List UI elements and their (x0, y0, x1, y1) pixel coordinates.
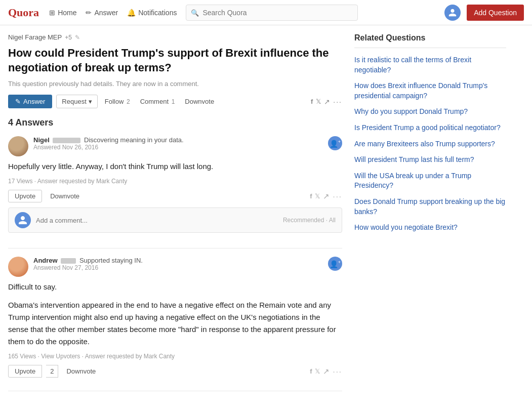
related-question-link[interactable]: Why do you support Donald Trump? (354, 107, 506, 117)
list-item: Are many Brexiteers also Trump supporter… (354, 139, 506, 149)
downvote-button[interactable]: Downvote (62, 365, 100, 377)
share-icon[interactable]: ↗ (324, 98, 330, 106)
answer-button-label: Answer (23, 98, 45, 105)
breadcrumb: Nigel Farage MEP +5 ✎ (8, 33, 342, 41)
facebook-icon[interactable]: f (310, 192, 312, 200)
vote-bar: Upvote Downvote f 𝕏 ↗ ··· (8, 190, 342, 202)
upvote-button[interactable]: Upvote (8, 365, 42, 378)
share-icons: f 𝕏 ↗ ··· (311, 98, 342, 106)
comment-input[interactable] (36, 217, 278, 224)
answer-author: Andrew Supported staying IN. Answered No… (8, 257, 143, 277)
chevron-down-icon: ▾ (89, 98, 92, 105)
related-question-link[interactable]: How does Brexit influence Donald Trump's… (354, 81, 506, 101)
edit-icon[interactable]: ✎ (75, 34, 80, 41)
add-person-icon: 👤+ (330, 260, 341, 268)
twitter-icon[interactable]: 𝕏 (315, 367, 320, 375)
related-questions-list: Is it realistic to call the terms of Bre… (354, 55, 506, 233)
share-icon[interactable]: ↗ (323, 367, 330, 376)
bell-icon: 🔔 (127, 9, 136, 17)
follow-author-button[interactable]: 👤+ (328, 136, 342, 150)
nav-home-label: Home (58, 9, 76, 17)
sidebar: Related Questions Is it realistic to cal… (354, 33, 506, 399)
quora-logo[interactable]: Quora (8, 6, 39, 19)
answer-text: Hopefully very little. Anyway, I don't t… (8, 160, 342, 173)
related-question-link[interactable]: Are many Brexiteers also Trump supporter… (354, 139, 506, 149)
author-info: Andrew Supported staying IN. Answered No… (33, 257, 143, 271)
comment-label: Comment (140, 98, 169, 105)
vote-share-icons: f 𝕏 ↗ ··· (310, 192, 342, 201)
comment-count: 1 (172, 98, 175, 105)
related-question-link[interactable]: Will president Trump last his full term? (354, 155, 506, 165)
answer-header: Nigel Discovering meaning in your data. … (8, 136, 342, 156)
search-bar: 🔍 (186, 5, 358, 21)
nav-notifications[interactable]: 🔔 Notifications (127, 9, 177, 17)
answer-text-p1: Difficult to say. (8, 281, 342, 293)
facebook-icon[interactable]: f (310, 367, 312, 375)
twitter-share-icon[interactable]: 𝕏 (316, 98, 321, 105)
vote-bar: Upvote 2 Downvote f 𝕏 ↗ ··· (8, 365, 342, 378)
twitter-icon[interactable]: 𝕏 (315, 192, 320, 200)
follow-label: Follow (105, 98, 124, 105)
upvote-button[interactable]: Upvote (8, 190, 42, 202)
answer-button[interactable]: ✎ Answer (8, 95, 52, 108)
author-name-line: Nigel Discovering meaning in your data. (33, 136, 184, 144)
author-info: Nigel Discovering meaning in your data. … (33, 136, 184, 151)
vote-count: 2 (46, 365, 58, 378)
author-name-blur (53, 138, 80, 143)
answered-date: Answered Nov 26, 2016 (33, 144, 184, 151)
search-input[interactable] (186, 5, 358, 21)
related-question-link[interactable]: Is it realistic to call the terms of Bre… (354, 55, 506, 75)
request-label: Request (62, 98, 86, 105)
request-button[interactable]: Request ▾ (56, 95, 97, 108)
question-action-bar: ✎ Answer Request ▾ Follow 2 Comment 1 Do… (8, 95, 342, 108)
related-question-link[interactable]: Is President Trump a good political nego… (354, 123, 506, 133)
answer-card: Nigel Discovering meaning in your data. … (8, 136, 342, 249)
view-count: 165 Views (8, 353, 36, 360)
home-icon: ⊞ (49, 9, 55, 17)
related-title: Related Questions (354, 33, 506, 48)
answer-author: Nigel Discovering meaning in your data. … (8, 136, 184, 156)
more-icon[interactable]: ··· (333, 192, 342, 200)
downvote-button[interactable]: Downvote (182, 95, 217, 108)
main-column: Nigel Farage MEP +5 ✎ How could Presiden… (8, 33, 342, 399)
page-layout: Nigel Farage MEP +5 ✎ How could Presiden… (0, 25, 532, 407)
related-question-link[interactable]: Does Donald Trump support breaking up th… (354, 197, 506, 217)
comment-box: Recommended · All (8, 208, 342, 233)
add-question-button[interactable]: Add Question (467, 5, 524, 21)
list-item: How would you negotiate Brexit? (354, 223, 506, 233)
related-question-link[interactable]: Will the USA break up under a Trump Pres… (354, 171, 506, 191)
requested-by: Answer requested by Mark Canty (37, 178, 127, 185)
nav-answer-label: Answer (94, 9, 118, 17)
author-name-blur (61, 258, 76, 264)
nav-home[interactable]: ⊞ Home (49, 9, 76, 17)
view-count: 17 Views (8, 178, 32, 185)
nav-notifications-label: Notifications (138, 9, 177, 17)
related-questions-panel: Related Questions Is it realistic to cal… (354, 33, 506, 233)
breadcrumb-topic[interactable]: Nigel Farage MEP (8, 33, 62, 41)
breadcrumb-extra: +5 (65, 34, 72, 41)
pencil-icon: ✎ (15, 98, 21, 105)
user-avatar[interactable] (444, 5, 461, 21)
author-desc: Discovering meaning in your data. (84, 136, 184, 144)
more-icon[interactable]: ··· (333, 367, 342, 376)
comment-button[interactable]: Comment 1 (137, 95, 178, 108)
author-first-name[interactable]: Andrew (33, 257, 58, 264)
follow-author-button[interactable]: 👤+ (328, 257, 342, 271)
share-icon[interactable]: ↗ (323, 192, 330, 201)
facebook-share-icon[interactable]: f (311, 98, 313, 105)
nav-answer[interactable]: ✏ Answer (86, 9, 118, 17)
more-icon[interactable]: ··· (333, 98, 342, 106)
follow-button[interactable]: Follow 2 (102, 95, 133, 108)
list-item: Will president Trump last his full term? (354, 155, 506, 165)
related-question-link[interactable]: How would you negotiate Brexit? (354, 223, 506, 233)
author-name-line: Andrew Supported staying IN. (33, 257, 143, 264)
author-first-name[interactable]: Nigel (33, 136, 50, 144)
downvote-button[interactable]: Downvote (46, 190, 84, 202)
view-upvoters-link[interactable]: View Upvoters (41, 353, 80, 360)
author-avatar (8, 257, 28, 277)
list-item: How does Brexit influence Donald Trump's… (354, 81, 506, 101)
answer-icon: ✏ (86, 9, 92, 17)
question-title: How could President Trump's support of B… (8, 46, 342, 75)
add-person-icon: 👤+ (330, 139, 341, 148)
author-desc: Supported staying IN. (79, 257, 143, 264)
